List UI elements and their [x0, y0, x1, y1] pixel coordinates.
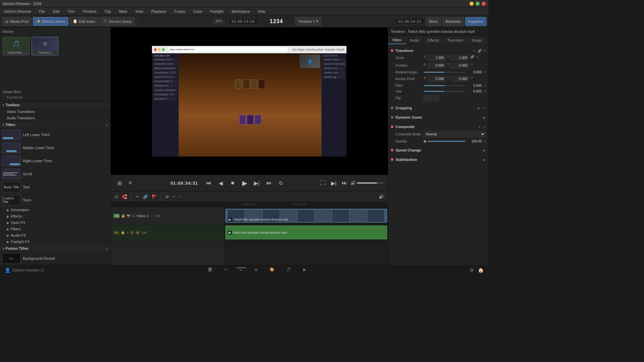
bg-reveal-item[interactable]: BG Background Reveal — [0, 252, 110, 265]
cropping-header[interactable]: Cropping ▶ ↺ — [391, 105, 486, 111]
cropping-reset-icon[interactable]: ↺ — [483, 106, 486, 110]
tab-cut[interactable]: ✂ — [221, 267, 231, 272]
generators-item[interactable]: ▶ Generators — [0, 207, 110, 213]
settings-icon[interactable]: ⚙ — [469, 267, 475, 274]
menu-fusion[interactable]: Fusion — [173, 9, 187, 14]
titles-section-header[interactable]: ▾ Titles ▴ — [0, 121, 110, 128]
anchor-x-field[interactable]: 0.000 — [427, 76, 446, 82]
tl-zoom-in-btn[interactable]: + — [171, 194, 176, 200]
inspector-tab-effects[interactable]: Effects — [424, 36, 443, 44]
effects-item[interactable]: ▶ Effects — [0, 213, 110, 220]
composite-mode-select[interactable]: Normal — [424, 131, 486, 137]
pos-reset-icon[interactable]: ↺ — [470, 63, 473, 68]
pos-y-field[interactable]: 0.000 — [450, 63, 469, 68]
rotation-slider[interactable] — [424, 72, 465, 73]
zoom-y-field[interactable]: 1.000 — [450, 55, 469, 61]
speed-change-header[interactable]: Speed Change ▶ — [391, 147, 486, 154]
filters-item[interactable]: ▶ Filters — [0, 226, 110, 232]
media-item-audio[interactable]: 🎵 Twitch Bits ... — [3, 37, 30, 55]
tab-color[interactable]: 🎨 — [266, 267, 278, 272]
menu-workspace[interactable]: Workspace — [230, 9, 251, 14]
sound-library-btn[interactable]: 🎵 Sound Library — [100, 17, 135, 26]
layout-list-btn[interactable]: ≡ — [125, 178, 135, 188]
menu-help[interactable]: Help — [257, 9, 267, 14]
transform-link-icon[interactable]: 🔗 — [478, 49, 482, 53]
title-item-middle-lower-third[interactable]: Middle Lower Third — [0, 141, 110, 155]
yaw-reset-icon[interactable]: ↺ — [483, 89, 486, 93]
play-btn[interactable]: ▶ — [240, 178, 250, 188]
rotation-value[interactable]: 0.000 — [467, 70, 482, 74]
pitch-reset-icon[interactable]: ↺ — [483, 84, 486, 87]
tab-deliver[interactable]: ▶ — [300, 267, 309, 272]
maximize-button[interactable] — [476, 2, 480, 6]
yaw-slider[interactable] — [424, 91, 465, 92]
pos-x-field[interactable]: 0.000 — [427, 63, 446, 68]
opacity-slider[interactable] — [428, 141, 465, 142]
edit-index-btn[interactable]: 📋 Edit Index — [70, 17, 98, 26]
tab-edit[interactable]: ✏ — [236, 267, 246, 273]
tab-fusion[interactable]: ⊛ — [251, 267, 261, 272]
tl-flag-btn[interactable]: 🚩 — [151, 194, 158, 200]
menu-edit[interactable]: Edit — [52, 9, 61, 14]
zoom-link-icon[interactable]: 🔗 — [470, 55, 474, 61]
lock-icon-a1[interactable]: 🔒 — [121, 231, 125, 234]
audio-clip[interactable]: ▶ Twitch Bits spenden tutorial deutsch.m… — [225, 226, 387, 239]
zoom-control[interactable]: 40% — [213, 18, 224, 24]
inspector-tab-audio[interactable]: Audio — [406, 36, 424, 44]
tl-audio-btn[interactable]: 🔊 — [377, 194, 385, 200]
volume-slider[interactable] — [357, 182, 384, 184]
media-item-video[interactable]: 🎬 Timeline 1 — [32, 37, 58, 55]
fusion-titles-header[interactable]: ▾ Fusion Titles ▴ — [0, 245, 110, 252]
step-fwd-btn[interactable]: ▶| — [252, 178, 262, 188]
toolbox-options-icon[interactable]: ⋯ — [104, 103, 108, 107]
fusion-titles-close-icon[interactable]: ▴ — [106, 247, 108, 250]
close-button[interactable] — [482, 2, 486, 6]
fullscreen-btn[interactable]: ⛶ — [318, 178, 328, 188]
tl-snap-btn[interactable]: 🧲 — [121, 194, 128, 200]
step-back-btn[interactable]: ◀ — [216, 178, 225, 188]
composite-reset-icon[interactable]: ↺ — [483, 125, 486, 129]
pitch-value[interactable]: 0.000 — [467, 84, 482, 87]
transform-reset-icon[interactable]: ↺ — [483, 49, 486, 53]
opacity-value[interactable]: 100.00 — [467, 139, 482, 143]
anchor-reset-icon[interactable]: ↺ — [470, 76, 473, 82]
menu-timeline[interactable]: Timeline — [82, 9, 98, 14]
titles-close-icon[interactable]: ▴ — [106, 123, 108, 127]
menu-file[interactable]: File — [38, 9, 47, 14]
to-end-btn[interactable]: ⏭ — [264, 178, 274, 188]
tl-link-btn[interactable]: 🔗 — [142, 194, 149, 200]
flip-h-btn[interactable]: ↔ — [424, 95, 432, 101]
zoom-reset-icon[interactable]: ↺ — [476, 55, 478, 61]
open-fx-item[interactable]: ▶ Open FX — [0, 220, 110, 226]
tl-zoom-out-btn[interactable]: − — [178, 194, 183, 200]
composite-header[interactable]: Composite ▾ ↺ — [391, 123, 486, 130]
menu-playback[interactable]: Playback — [150, 9, 168, 14]
menu-view[interactable]: View — [134, 9, 145, 14]
pitch-slider[interactable] — [424, 85, 465, 86]
tab-media[interactable]: 🎬 — [204, 267, 216, 272]
opacity-reset-icon[interactable]: ↺ — [483, 139, 486, 143]
tab-fairlight[interactable]: 🎵 — [283, 267, 294, 272]
video-transitions-item[interactable]: Video Transitions — [0, 109, 110, 115]
loop-btn[interactable]: ↻ — [276, 178, 286, 188]
yaw-value[interactable]: 0.000 — [467, 89, 482, 93]
menu-mark[interactable]: Mark — [118, 9, 128, 14]
fairlight-fx-item[interactable]: ▶ Fairlight FX — [0, 239, 110, 245]
anchor-y-field[interactable]: 0.000 — [450, 76, 469, 82]
tl-layout-btn[interactable]: ⊟ — [113, 194, 119, 200]
toolbox-section-header[interactable]: ▾ Toolbox ⋯ — [0, 102, 110, 109]
tl-zoom-fit-btn[interactable]: ⊞ — [164, 194, 170, 200]
timeline-selector[interactable]: Timeline 1 ▾ — [295, 17, 321, 26]
audio-fx-item[interactable]: ▶ Audio FX — [0, 232, 110, 239]
inspector-tab-video[interactable]: Video — [388, 36, 406, 44]
menu-clip[interactable]: Clip — [103, 9, 112, 14]
to-start-btn[interactable]: ⏮ — [204, 178, 213, 188]
zoom-x-field[interactable]: 1.000 — [427, 55, 446, 61]
video-clip[interactable]: ▶ Twitch Bits spenden tutorial deutsch.m… — [225, 209, 387, 223]
transform-header[interactable]: Transform ▾ 🔗 ↺ — [391, 47, 486, 54]
inspector-tab-transition[interactable]: Transition — [443, 36, 468, 44]
dynamic-zoom-header[interactable]: Dynamic Zoom ▶ — [391, 114, 486, 121]
effects-library-btn[interactable]: ✨ Effects Library — [33, 17, 68, 26]
menu-davinci[interactable]: DaVinci Resolve — [3, 9, 33, 14]
frame-fwd-btn[interactable]: ▶| — [329, 178, 338, 188]
